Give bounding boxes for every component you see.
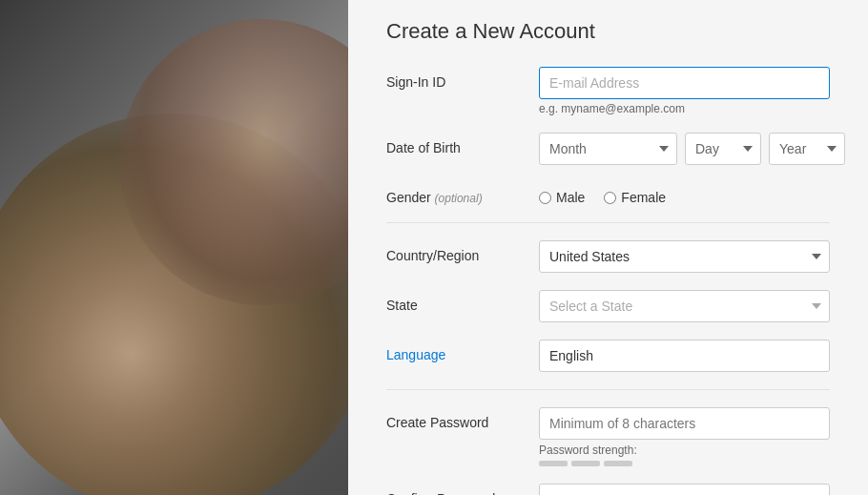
dob-label: Date of Birth [386,133,539,155]
create-password-label: Create Password [386,407,539,430]
left-panel [0,0,348,495]
sign-in-id-label: Sign-In ID [386,67,539,90]
gender-male-label[interactable]: Male [539,190,585,205]
strength-bars [539,461,830,466]
confirm-password-input[interactable] [539,484,830,495]
password-input[interactable] [539,407,830,440]
password-strength-label: Password strength: [539,443,830,457]
gender-female-label[interactable]: Female [604,190,666,205]
form-panel: Create a New Account Sign-In ID e.g. myn… [348,0,868,495]
divider-2 [386,389,830,390]
strength-bar-3 [604,461,632,466]
gender-male-radio[interactable] [539,192,551,204]
confirm-password-row: Confirm Password [386,484,830,495]
strength-bar-1 [539,461,568,466]
gender-female-radio[interactable] [604,192,616,204]
email-input[interactable] [539,67,830,99]
create-password-controls: Password strength: [539,407,830,466]
confirm-password-controls [539,484,830,495]
month-select[interactable]: Month JanuaryFebruaryMarch AprilMayJune … [539,133,677,165]
dob-controls: Month JanuaryFebruaryMarch AprilMayJune … [539,133,845,165]
language-input[interactable] [539,340,830,372]
language-row: Language [386,340,830,372]
dob-selects: Month JanuaryFebruaryMarch AprilMayJune … [539,133,845,165]
sign-in-id-controls: e.g. myname@example.com [539,67,830,115]
create-password-row: Create Password Password strength: [386,407,830,466]
language-label: Language [386,340,539,362]
state-select[interactable]: Select a State AlabamaAlaskaArizona Cali… [539,290,830,322]
country-row: Country/Region United States Canada Unit… [386,240,830,273]
sign-in-id-row: Sign-In ID e.g. myname@example.com [386,67,830,115]
country-select[interactable]: United States Canada United Kingdom [539,240,830,273]
state-controls: Select a State AlabamaAlaskaArizona Cali… [539,290,830,322]
divider-1 [386,222,830,223]
day-select[interactable]: Day [685,133,761,165]
page-title: Create a New Account [386,19,830,44]
gender-label: Gender (optional) [386,182,539,205]
gender-controls: Male Female [539,182,830,205]
year-select[interactable]: Year [769,133,845,165]
country-label: Country/Region [386,240,539,263]
gender-row: Gender (optional) Male Female [386,182,830,205]
strength-bar-2 [571,461,600,466]
country-controls: United States Canada United Kingdom [539,240,830,273]
gender-radio-group: Male Female [539,182,830,205]
state-label: State [386,290,539,313]
language-controls [539,340,830,372]
email-hint: e.g. myname@example.com [539,102,830,115]
confirm-password-label: Confirm Password [386,484,539,495]
dob-row: Date of Birth Month JanuaryFebruaryMarch… [386,133,830,165]
state-row: State Select a State AlabamaAlaskaArizon… [386,290,830,322]
